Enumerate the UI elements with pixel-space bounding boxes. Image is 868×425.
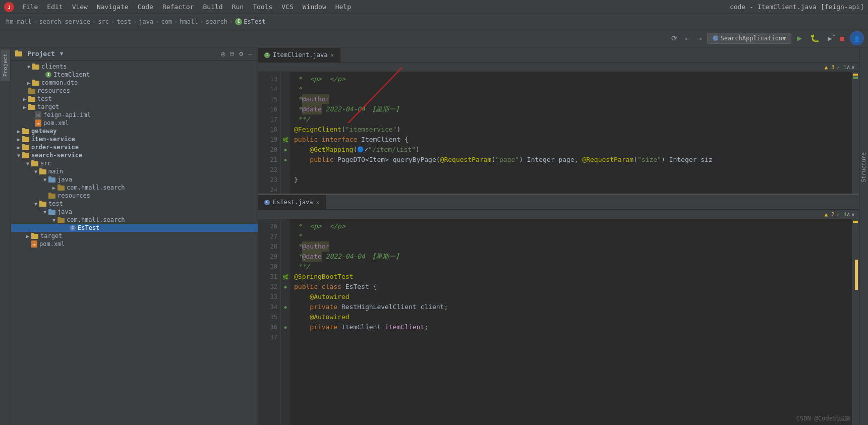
tree-item-order-service[interactable]: ▶ order-service — [11, 143, 258, 151]
warning-count-bottom: ▲ 2 — [825, 211, 835, 218]
menu-help[interactable]: Help — [331, 2, 355, 12]
tab-close-itemclient[interactable]: ✕ — [330, 52, 334, 58]
menu-build[interactable]: Build — [199, 2, 227, 12]
folder-icon — [22, 136, 29, 142]
tree-item-estest[interactable]: C EsTest — [11, 224, 258, 232]
top-line-numbers: 13 14 15 16 17 18 19 20 21 22 23 24 — [258, 72, 281, 194]
tree-item-java-test[interactable]: ▼ java — [11, 208, 258, 216]
tree-item-pom-xml-1[interactable]: XML pom.xml — [11, 119, 258, 127]
bottom-code-lines[interactable]: * <p> </p> * * @author * @date 2022-04-0… — [290, 219, 852, 425]
tree-item-main[interactable]: ▼ main — [11, 167, 258, 175]
next-issue-bottom[interactable]: ∨ — [851, 211, 855, 218]
avatar[interactable]: 👤 — [850, 31, 864, 45]
top-code-editor[interactable]: 13 14 15 16 17 18 19 20 21 22 23 24 — [258, 72, 859, 194]
tree-item-item-service[interactable]: ▶ item-service — [11, 135, 258, 143]
tree-item-itemclient[interactable]: I ItemClient — [11, 71, 258, 79]
project-tab[interactable]: Project — [1, 49, 10, 81]
bottom-code-editor[interactable]: 26 27 28 29 30 31 32 33 34 35 36 37 — [258, 219, 859, 425]
editor-area: I ItemClient.java ✕ ▲ 3 ✓ 1 ∧ ∨ — [258, 47, 859, 425]
toolbar: ⟳ ← → C SearchApplication ▼ ▶ 🐛 ▶̈ ■ 👤 — [0, 29, 868, 47]
tree-item-geteway[interactable]: ▶ geteway — [11, 127, 258, 135]
gutter-icon-21: ● — [281, 155, 290, 165]
tree-item-clients[interactable]: ▼ clients — [11, 63, 258, 71]
tab-close-estest[interactable]: ✕ — [316, 199, 319, 206]
tree-item-search-service[interactable]: ▼ search-service — [11, 151, 258, 159]
tab-estest[interactable]: C EsTest.java ✕ — [258, 195, 326, 209]
options-button[interactable]: ⚙ — [238, 49, 245, 58]
vcs-update-button[interactable]: ⟳ — [669, 33, 680, 44]
breadcrumb-hmall[interactable]: hmall — [180, 18, 198, 25]
menu-view[interactable]: View — [68, 2, 92, 12]
tree-label-item-service: item-service — [31, 136, 75, 143]
prev-issue-bottom[interactable]: ∧ — [847, 211, 850, 218]
project-panel: Project ▼ ◎ ⊟ ⚙ — ▼ clients I ItemC — [11, 47, 258, 425]
breadcrumb-search[interactable]: search — [206, 18, 227, 25]
tree-item-resources[interactable]: resources — [11, 87, 258, 95]
chevron-right-icon: ▶ — [15, 129, 22, 134]
tree-item-src[interactable]: ▼ src — [11, 159, 258, 167]
breadcrumb-hm-mall[interactable]: hm-mall — [6, 18, 32, 25]
svg-rect-14 — [28, 105, 35, 110]
collapse-all-button[interactable]: ⊟ — [229, 49, 236, 58]
gutter-icon-31: 🌿 — [281, 272, 290, 282]
breadcrumb-search-service[interactable]: search-service — [39, 18, 90, 25]
tree-item-java-main[interactable]: ▼ java — [11, 175, 258, 184]
svg-text:IML: IML — [36, 114, 40, 117]
gutter-icon-32: ● — [281, 282, 290, 292]
stop-button[interactable]: ■ — [838, 33, 847, 44]
menu-refactor[interactable]: Refactor — [158, 2, 198, 12]
tree-item-com-hmall-search-main[interactable]: ▶ com.hmall.search — [11, 184, 258, 192]
bcode-line-30: **/ — [294, 262, 848, 272]
next-issue-top[interactable]: ∨ — [851, 64, 855, 71]
bottom-gutter-icons: 🌿 ● ● ● — [281, 219, 290, 425]
run-configuration-selector[interactable]: C SearchApplication ▼ — [707, 33, 791, 44]
structure-tab[interactable]: Structure — [859, 148, 868, 187]
prev-issue-top[interactable]: ∧ — [847, 64, 850, 71]
hide-panel-button[interactable]: — — [247, 49, 254, 58]
bcode-line-35: @Autowired — [294, 312, 848, 322]
tab-itemclient[interactable]: I ItemClient.java ✕ — [258, 48, 340, 62]
top-right-gutter — [852, 72, 859, 194]
svg-rect-38 — [39, 202, 46, 207]
project-title: Project — [27, 50, 55, 57]
menu-vcs[interactable]: VCS — [277, 2, 297, 12]
top-code-lines[interactable]: * <p> </p> * * @author * @date 2022-04-0… — [290, 72, 852, 194]
menu-code[interactable]: Code — [134, 2, 157, 12]
coverage-button[interactable]: ▶̈ — [825, 33, 834, 44]
breadcrumb-src[interactable]: src — [98, 18, 109, 25]
breadcrumb-java[interactable]: java — [139, 18, 153, 25]
tree-item-test-folder[interactable]: ▼ test — [11, 200, 258, 208]
tree-item-target[interactable]: ▶ target — [11, 103, 258, 111]
breadcrumb-test[interactable]: test — [117, 18, 131, 25]
folder-open-icon — [48, 176, 55, 183]
svg-rect-15 — [28, 104, 31, 105]
tree-item-feign-api-iml[interactable]: IML feign-api.iml — [11, 111, 258, 119]
run-button[interactable]: ▶ — [794, 32, 804, 44]
svg-rect-22 — [22, 137, 29, 142]
code-line-18: @FeignClient("itemservice") — [294, 125, 848, 135]
tree-item-com-hmall-search-test[interactable]: ▼ com.hmall.search — [11, 216, 258, 224]
debug-button[interactable]: 🐛 — [807, 32, 822, 44]
project-dropdown-icon[interactable]: ▼ — [60, 50, 64, 57]
menu-edit[interactable]: Edit — [43, 2, 67, 12]
tree-item-resources-main[interactable]: resources — [11, 192, 258, 200]
menu-file[interactable]: File — [18, 2, 42, 12]
menu-tools[interactable]: Tools — [249, 2, 276, 12]
tree-item-commondto[interactable]: ▶ common.dto — [11, 79, 258, 87]
code-line-20: @GetMapping(🔵✓"/item/list") — [294, 145, 848, 155]
menu-window[interactable]: Window — [299, 2, 330, 12]
tree-item-target-ss[interactable]: ▶ target — [11, 232, 258, 240]
tree-item-test[interactable]: ▶ test — [11, 95, 258, 103]
breadcrumb-estest[interactable]: C EsTest — [235, 18, 265, 25]
tree-item-pom-xml-ss[interactable]: XML pom.xml — [11, 240, 258, 248]
editor-pane-top: I ItemClient.java ✕ ▲ 3 ✓ 1 ∧ ∨ — [258, 47, 859, 194]
bcode-line-34: private RestHighLevelClient client; — [294, 302, 848, 312]
warning-count-top: ▲ 3 — [825, 64, 835, 71]
svg-rect-36 — [48, 194, 55, 199]
breadcrumb-com[interactable]: com — [161, 18, 172, 25]
navigate-back-button[interactable]: ← — [683, 33, 692, 44]
menu-run[interactable]: Run — [228, 2, 248, 12]
locate-in-tree-button[interactable]: ◎ — [220, 49, 227, 58]
navigate-forward-button[interactable]: → — [695, 33, 704, 44]
menu-navigate[interactable]: Navigate — [93, 2, 133, 12]
